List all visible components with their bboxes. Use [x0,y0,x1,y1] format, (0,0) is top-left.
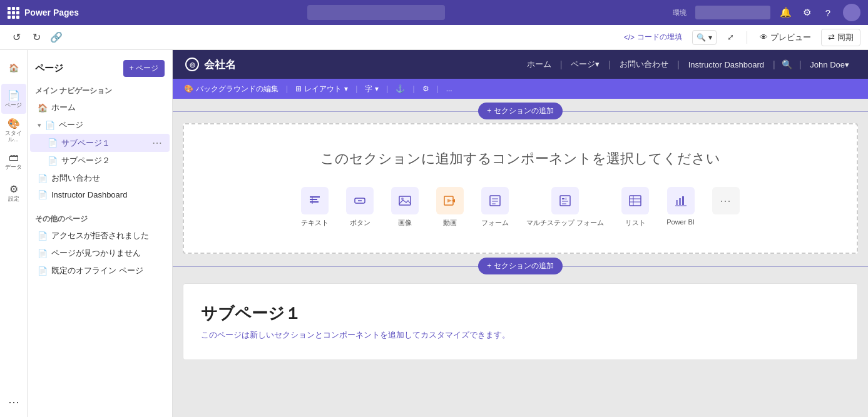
nav-not-found-label: ページが見つかりません [51,248,141,259]
nav-home[interactable]: ホーム [521,56,558,73]
font-button[interactable]: 字 ▾ [361,83,382,96]
section-settings-icon: ⚙ [422,84,429,93]
component-more[interactable]: ⋯ [712,187,740,228]
list-comp-icon [621,187,649,214]
powerbi-comp-icon [667,187,695,214]
style-icon: 🎨 [8,118,20,129]
notification-icon[interactable]: 🔔 [779,6,792,19]
help-icon[interactable]: ? [822,6,834,19]
powerbi-comp-label: Power BI [666,218,695,226]
svg-rect-27 [682,196,684,205]
nav-item-subpage1[interactable]: 📄 サブページ１ ⋯ [30,134,170,152]
component-image[interactable]: 画像 [391,187,419,228]
nav-sep4: | [773,59,775,69]
anchor-button[interactable]: ⚓ [392,83,409,94]
add-section-top-button[interactable]: + セクションの追加 [478,103,562,119]
nav-item-not-found[interactable]: 📄 ページが見つかりません [30,244,170,262]
sidebar-item-settings[interactable]: ⚙ 設定 [1,178,26,208]
image-comp-label: 画像 [398,218,412,228]
nav-offline-label: 既定のオフライン ページ [51,265,143,276]
component-button[interactable]: ボタン [346,187,374,228]
svg-rect-6 [399,196,411,205]
env-badge[interactable] [695,6,770,19]
add-section-bar-bottom: + セクションの追加 [173,254,868,278]
component-list[interactable]: リスト [621,187,649,228]
page-logo: ◎ 会社名 [185,58,236,72]
nav-pages-dd[interactable]: ページ▾ [564,56,606,73]
nav-contact[interactable]: お問い合わせ [613,56,675,73]
code-embed-button[interactable]: </> コードの埋填 [619,29,687,45]
svg-rect-3 [312,196,313,204]
sidebar-item-pages[interactable]: 📄 ページ [1,84,26,114]
bg-edit-button[interactable]: 🎨 バックグラウンドの編集 [180,83,282,96]
preview-sync-group: 👁 プレビュー ⇄ 同期 [755,29,860,46]
nav-item-subpage2[interactable]: 📄 サブページ２ [30,152,170,169]
svg-rect-19 [565,198,566,200]
redo-button[interactable]: ↻ [28,29,45,46]
add-section-bottom-button[interactable]: + セクションの追加 [478,258,562,274]
subpage-desc: このページは新しいセクションとコンポーネントを追加してカスタマイズできます。 [201,329,840,341]
search-icon[interactable]: 🔍 [778,55,797,74]
more-options-button[interactable]: ... [442,83,456,94]
nav-subpage2-label: サブページ２ [61,155,110,166]
page-icon: 📄 [8,89,20,101]
settings-icon: ⚙ [9,183,18,195]
edit-sep2: | [355,84,357,93]
settings-icon[interactable]: ⚙ [800,6,813,19]
button-comp-label: ボタン [350,218,370,228]
undo-button[interactable]: ↺ [8,29,25,46]
svg-rect-2 [310,201,319,203]
app-logo[interactable]: Power Pages [8,7,79,19]
sidebar-item-style[interactable]: 🎨 スタイル... [1,115,26,145]
svg-rect-18 [562,203,566,204]
sidebar-item-home[interactable]: 🏠 [1,53,26,83]
top-bar-right: 環境 🔔 ⚙ ? [673,4,860,21]
add-section-bottom-label: + セクションの追加 [487,261,553,271]
more-icon: ⋯ [8,395,19,409]
multistep-comp-label: マルチステップ フォーム [526,218,604,228]
component-powerbi[interactable]: Power BI [666,187,695,228]
add-section-top-label: + セクションの追加 [487,106,553,116]
component-multistep[interactable]: マルチステップ フォーム [526,187,604,228]
data-icon-label: データ [5,164,22,171]
top-bar: Power Pages 環境 🔔 ⚙ ? [0,0,868,25]
edit-sep5: | [437,84,439,93]
nav-item-instructor[interactable]: 📄 Instructor Dashboard [30,187,170,203]
edit-toolbar: 🎨 バックグラウンドの編集 | ⊞ レイアウト ▾ | 字 ▾ | ⚓ | ⚙ … [173,79,868,99]
section1-title: このセクションに追加するコンポーネントを選択してください [197,149,844,168]
component-form[interactable]: フォーム [481,187,509,228]
subpage1-more-icon[interactable]: ⋯ [152,137,162,149]
waffle-icon[interactable] [8,7,19,19]
app-name: Power Pages [24,8,79,18]
add-section-bar-top: + セクションの追加 [173,99,868,123]
layout-button[interactable]: ⊞ レイアウト ▾ [292,83,352,96]
subpage1-icon: 📄 [48,138,58,148]
sidebar-item-more[interactable]: ⋯ [1,387,26,417]
component-text[interactable]: テキスト [301,187,329,228]
nav-instructor-dashboard[interactable]: Instructor Dashboard [682,58,770,72]
nav-item-contact[interactable]: 📄 お問い合わせ [30,169,170,187]
nav-item-home[interactable]: 🏠 ホーム [30,99,170,116]
svg-marker-10 [447,199,452,203]
svg-point-7 [401,198,404,200]
nav-item-offline[interactable]: 📄 既定のオフライン ページ [30,262,170,279]
edit-sep3: | [386,84,388,93]
nav-user[interactable]: John Doe▾ [804,58,855,72]
more-options-label: ... [446,84,452,93]
preview-button[interactable]: 👁 プレビュー [755,29,816,46]
sync-button[interactable]: ⇄ 同期 [821,29,860,46]
page-nav-items: ホーム | ページ▾ | お問い合わせ | Instructor Dashboa… [521,55,855,74]
zoom-button[interactable]: 🔍 ▾ [692,30,717,45]
section-settings-button[interactable]: ⚙ [419,83,433,94]
nav-item-pages[interactable]: ▾ 📄 ページ [30,116,170,134]
nav-contact-label: お問い合わせ [51,173,100,184]
link-button[interactable]: 🔗 [48,29,65,46]
expand-button[interactable]: ⤢ [722,29,739,46]
avatar[interactable] [843,4,860,21]
nav-item-access-denied[interactable]: 📄 アクセスが拒否されました [30,227,170,244]
add-page-button[interactable]: + ページ [123,60,165,77]
sidebar-item-data[interactable]: 🗃 データ [1,146,26,176]
toolbar-right: </> コードの埋填 🔍 ▾ ⤢ 👁 プレビュー ⇄ 同期 [619,29,860,46]
offline-icon: 📄 [38,266,48,276]
component-video[interactable]: 動画 [436,187,464,228]
